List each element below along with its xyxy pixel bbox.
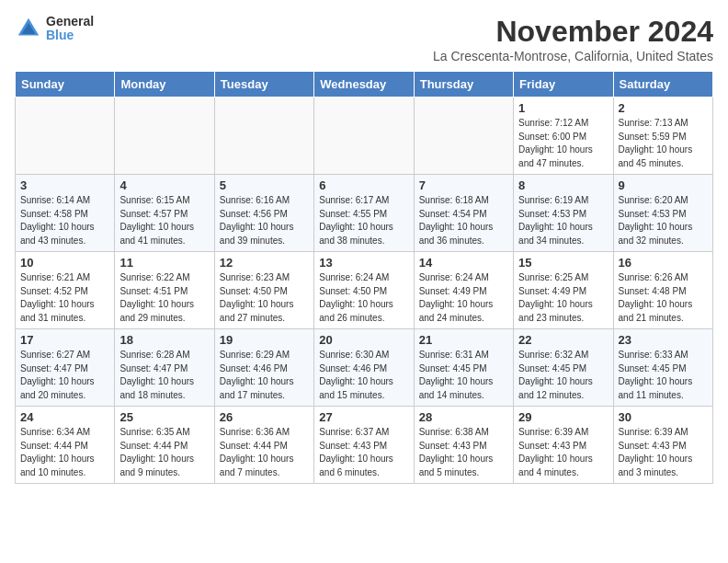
day-number: 2	[619, 101, 708, 115]
calendar-week-row: 10Sunrise: 6:21 AM Sunset: 4:52 PM Dayli…	[16, 252, 713, 329]
calendar-day-cell: 5Sunrise: 6:16 AM Sunset: 4:56 PM Daylig…	[214, 175, 313, 252]
day-number: 29	[518, 410, 608, 424]
calendar-day-cell: 9Sunrise: 6:20 AM Sunset: 4:53 PM Daylig…	[613, 175, 712, 252]
day-info: Sunrise: 6:17 AM Sunset: 4:55 PM Dayligh…	[319, 194, 408, 247]
day-number: 8	[518, 178, 608, 192]
calendar-day-cell: 25Sunrise: 6:35 AM Sunset: 4:44 PM Dayli…	[115, 407, 214, 484]
day-number: 12	[220, 256, 309, 270]
day-info: Sunrise: 6:26 AM Sunset: 4:48 PM Dayligh…	[619, 271, 708, 325]
logo-general-text: General	[46, 15, 94, 29]
month-title: November 2024	[433, 15, 713, 49]
day-info: Sunrise: 6:29 AM Sunset: 4:46 PM Dayligh…	[220, 349, 309, 402]
day-number: 1	[518, 101, 608, 115]
calendar-day-cell: 13Sunrise: 6:24 AM Sunset: 4:50 PM Dayli…	[314, 252, 414, 329]
day-number: 28	[419, 410, 508, 424]
day-number: 11	[119, 256, 209, 270]
day-number: 13	[319, 256, 408, 270]
logo-text: General Blue	[46, 15, 94, 43]
day-number: 10	[20, 256, 109, 270]
calendar-day-cell: 17Sunrise: 6:27 AM Sunset: 4:47 PM Dayli…	[16, 329, 115, 407]
day-info: Sunrise: 6:34 AM Sunset: 4:44 PM Dayligh…	[20, 426, 109, 479]
day-info: Sunrise: 6:30 AM Sunset: 4:46 PM Dayligh…	[319, 349, 408, 402]
day-info: Sunrise: 7:13 AM Sunset: 5:59 PM Dayligh…	[619, 117, 708, 170]
calendar-day-cell	[214, 98, 313, 175]
day-number: 30	[619, 410, 708, 424]
day-number: 6	[319, 178, 408, 192]
day-number: 9	[619, 178, 708, 192]
day-info: Sunrise: 6:24 AM Sunset: 4:50 PM Dayligh…	[319, 271, 408, 325]
calendar-day-cell: 30Sunrise: 6:39 AM Sunset: 4:43 PM Dayli…	[613, 407, 712, 484]
calendar-header-row: SundayMondayTuesdayWednesdayThursdayFrid…	[16, 72, 713, 98]
calendar-day-cell: 11Sunrise: 6:22 AM Sunset: 4:51 PM Dayli…	[115, 252, 214, 329]
calendar-day-cell: 10Sunrise: 6:21 AM Sunset: 4:52 PM Dayli…	[16, 252, 115, 329]
calendar-day-cell: 26Sunrise: 6:36 AM Sunset: 4:44 PM Dayli…	[214, 407, 313, 484]
day-info: Sunrise: 6:32 AM Sunset: 4:45 PM Dayligh…	[518, 349, 608, 402]
calendar-day-cell: 27Sunrise: 6:37 AM Sunset: 4:43 PM Dayli…	[314, 407, 414, 484]
calendar-day-cell: 16Sunrise: 6:26 AM Sunset: 4:48 PM Dayli…	[613, 252, 712, 329]
day-info: Sunrise: 6:18 AM Sunset: 4:54 PM Dayligh…	[419, 194, 508, 247]
day-info: Sunrise: 6:38 AM Sunset: 4:43 PM Dayligh…	[419, 426, 508, 479]
day-number: 14	[419, 256, 508, 270]
header-saturday: Saturday	[613, 72, 712, 98]
day-info: Sunrise: 6:35 AM Sunset: 4:44 PM Dayligh…	[119, 426, 209, 479]
header: General Blue November 2024 La Crescenta-…	[15, 15, 713, 63]
calendar-day-cell: 28Sunrise: 6:38 AM Sunset: 4:43 PM Dayli…	[414, 407, 513, 484]
calendar-day-cell	[414, 98, 513, 175]
calendar-day-cell	[115, 98, 214, 175]
header-thursday: Thursday	[414, 72, 513, 98]
day-number: 27	[319, 410, 408, 424]
calendar-day-cell: 4Sunrise: 6:15 AM Sunset: 4:57 PM Daylig…	[115, 175, 214, 252]
day-info: Sunrise: 6:25 AM Sunset: 4:49 PM Dayligh…	[518, 271, 608, 325]
day-info: Sunrise: 6:31 AM Sunset: 4:45 PM Dayligh…	[419, 349, 508, 402]
calendar-day-cell: 6Sunrise: 6:17 AM Sunset: 4:55 PM Daylig…	[314, 175, 414, 252]
calendar-day-cell: 14Sunrise: 6:24 AM Sunset: 4:49 PM Dayli…	[414, 252, 513, 329]
calendar-day-cell	[314, 98, 414, 175]
title-area: November 2024 La Crescenta-Montrose, Cal…	[433, 15, 713, 63]
logo-icon	[15, 15, 42, 42]
day-info: Sunrise: 6:37 AM Sunset: 4:43 PM Dayligh…	[319, 426, 408, 479]
day-number: 5	[220, 178, 309, 192]
calendar-day-cell: 1Sunrise: 7:12 AM Sunset: 6:00 PM Daylig…	[514, 98, 613, 175]
day-info: Sunrise: 6:36 AM Sunset: 4:44 PM Dayligh…	[220, 426, 309, 479]
day-info: Sunrise: 6:15 AM Sunset: 4:57 PM Dayligh…	[119, 194, 209, 247]
day-info: Sunrise: 6:21 AM Sunset: 4:52 PM Dayligh…	[20, 271, 109, 325]
day-number: 16	[619, 256, 708, 270]
day-info: Sunrise: 6:28 AM Sunset: 4:47 PM Dayligh…	[119, 349, 209, 402]
calendar-day-cell: 18Sunrise: 6:28 AM Sunset: 4:47 PM Dayli…	[115, 329, 214, 407]
header-sunday: Sunday	[16, 72, 115, 98]
header-monday: Monday	[115, 72, 214, 98]
calendar-day-cell: 2Sunrise: 7:13 AM Sunset: 5:59 PM Daylig…	[613, 98, 712, 175]
day-number: 24	[20, 410, 109, 424]
day-number: 26	[220, 410, 309, 424]
logo-blue-text: Blue	[46, 29, 94, 42]
day-info: Sunrise: 6:23 AM Sunset: 4:50 PM Dayligh…	[220, 271, 309, 325]
calendar-week-row: 3Sunrise: 6:14 AM Sunset: 4:58 PM Daylig…	[16, 175, 713, 252]
day-info: Sunrise: 6:39 AM Sunset: 4:43 PM Dayligh…	[619, 426, 708, 479]
day-info: Sunrise: 6:27 AM Sunset: 4:47 PM Dayligh…	[20, 349, 109, 402]
day-info: Sunrise: 6:16 AM Sunset: 4:56 PM Dayligh…	[220, 194, 309, 247]
calendar-day-cell: 3Sunrise: 6:14 AM Sunset: 4:58 PM Daylig…	[16, 175, 115, 252]
calendar-day-cell: 8Sunrise: 6:19 AM Sunset: 4:53 PM Daylig…	[514, 175, 613, 252]
calendar-day-cell: 7Sunrise: 6:18 AM Sunset: 4:54 PM Daylig…	[414, 175, 513, 252]
calendar-day-cell: 22Sunrise: 6:32 AM Sunset: 4:45 PM Dayli…	[514, 329, 613, 407]
day-info: Sunrise: 6:22 AM Sunset: 4:51 PM Dayligh…	[119, 271, 209, 325]
calendar-day-cell: 12Sunrise: 6:23 AM Sunset: 4:50 PM Dayli…	[214, 252, 313, 329]
header-wednesday: Wednesday	[314, 72, 414, 98]
day-number: 22	[518, 333, 608, 347]
day-info: Sunrise: 6:24 AM Sunset: 4:49 PM Dayligh…	[419, 271, 508, 325]
day-info: Sunrise: 6:33 AM Sunset: 4:45 PM Dayligh…	[619, 349, 708, 402]
header-friday: Friday	[514, 72, 613, 98]
calendar-week-row: 24Sunrise: 6:34 AM Sunset: 4:44 PM Dayli…	[16, 407, 713, 484]
calendar-table: SundayMondayTuesdayWednesdayThursdayFrid…	[15, 71, 713, 484]
day-info: Sunrise: 6:20 AM Sunset: 4:53 PM Dayligh…	[619, 194, 708, 247]
day-number: 25	[119, 410, 209, 424]
day-info: Sunrise: 6:19 AM Sunset: 4:53 PM Dayligh…	[518, 194, 608, 247]
calendar-day-cell: 20Sunrise: 6:30 AM Sunset: 4:46 PM Dayli…	[314, 329, 414, 407]
day-number: 20	[319, 333, 408, 347]
calendar-day-cell	[16, 98, 115, 175]
day-number: 4	[119, 178, 209, 192]
calendar-day-cell: 29Sunrise: 6:39 AM Sunset: 4:43 PM Dayli…	[514, 407, 613, 484]
day-number: 21	[419, 333, 508, 347]
calendar-day-cell: 24Sunrise: 6:34 AM Sunset: 4:44 PM Dayli…	[16, 407, 115, 484]
calendar-day-cell: 23Sunrise: 6:33 AM Sunset: 4:45 PM Dayli…	[613, 329, 712, 407]
